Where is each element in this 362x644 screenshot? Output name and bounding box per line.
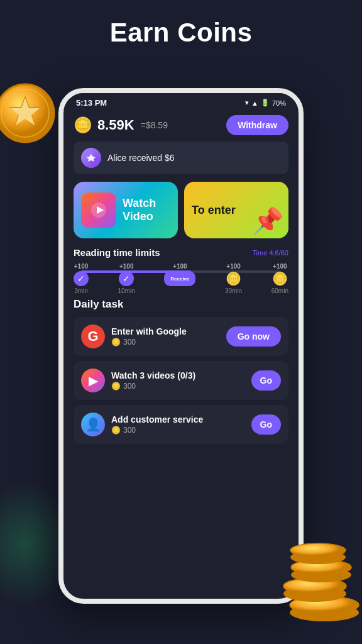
task-icon-3: 👤 bbox=[81, 413, 105, 436]
phone-mockup: 5:13 PM ▾ ▲ 🔋 70% 🪙 8.59K =$8.59 Withdra… bbox=[58, 88, 304, 604]
watch-video-icon bbox=[81, 192, 116, 228]
notif-icon bbox=[81, 148, 101, 168]
signal-icon: ▲ bbox=[251, 99, 258, 107]
wifi-icon: ▾ bbox=[245, 99, 249, 107]
notification-bar: Alice received $6 bbox=[74, 142, 288, 174]
step-5: +100 🪙 60min bbox=[272, 263, 288, 294]
steps-row: +100 ✓ 3min +100 ✓ 10min +100 Receive bbox=[74, 263, 288, 294]
task-reward-amount-2: 300 bbox=[123, 382, 136, 391]
balance-left: 🪙 8.59K =$8.59 bbox=[74, 116, 168, 134]
task-reward-3: 🪙 300 bbox=[111, 426, 203, 435]
page-title: Earn Coins bbox=[0, 0, 362, 54]
step-3-circle[interactable]: Receive bbox=[164, 271, 195, 286]
balance-usd: =$8.59 bbox=[141, 120, 168, 130]
step-5-plus: +100 bbox=[273, 263, 287, 270]
action-cards: Watch Video To enter 📌 bbox=[74, 182, 288, 238]
task-go-btn-2[interactable]: Go bbox=[251, 370, 281, 391]
phone-content: 🪙 8.59K =$8.59 Withdraw bbox=[63, 110, 299, 591]
step-1-plus: +100 bbox=[74, 263, 89, 270]
balance-amount: 8.59K bbox=[97, 117, 134, 133]
task-reward-1: 🪙 300 bbox=[111, 338, 187, 347]
task-coin-icon-3: 🪙 bbox=[111, 426, 121, 435]
coin-decoration-top bbox=[0, 82, 57, 145]
reading-time-label: Time 4.6/60 bbox=[252, 249, 288, 257]
withdraw-button[interactable]: Withdraw bbox=[226, 115, 288, 135]
step-1-time: 3min bbox=[74, 287, 88, 294]
status-time: 5:13 PM bbox=[76, 98, 107, 108]
balance-coin-icon: 🪙 bbox=[74, 116, 92, 134]
step-1-circle: ✓ bbox=[74, 271, 89, 286]
balance-row: 🪙 8.59K =$8.59 Withdraw bbox=[74, 115, 288, 135]
task-coin-icon-2: 🪙 bbox=[111, 382, 121, 391]
step-2: +100 ✓ 10min bbox=[118, 263, 135, 294]
step-3-plus: +100 bbox=[173, 263, 187, 270]
step-4-plus: +100 bbox=[226, 263, 241, 270]
step-1: +100 ✓ 3min bbox=[74, 263, 89, 294]
enter-card[interactable]: To enter 📌 bbox=[184, 182, 288, 238]
task-info-3: Add customer service 🪙 300 bbox=[111, 414, 203, 435]
task-info-2: Watch 3 videos (0/3) 🪙 300 bbox=[111, 370, 195, 391]
task-icon-2: ▶ bbox=[81, 369, 105, 392]
step-2-plus: +100 bbox=[119, 263, 134, 270]
step-4: +100 🪙 30min bbox=[225, 263, 242, 294]
battery-level: 70% bbox=[272, 99, 286, 107]
task-left-3: 👤 Add customer service 🪙 300 bbox=[81, 413, 203, 436]
task-item-3: 👤 Add customer service 🪙 300 Go bbox=[74, 405, 288, 444]
task-item-1: G Enter with Google 🪙 300 Go now bbox=[74, 317, 288, 356]
daily-task-title: Daily task bbox=[74, 298, 288, 311]
task-reward-amount-1: 300 bbox=[123, 338, 136, 347]
task-icon-1: G bbox=[81, 325, 105, 348]
status-bar: 5:13 PM ▾ ▲ 🔋 70% bbox=[63, 93, 299, 110]
task-left-2: ▶ Watch 3 videos (0/3) 🪙 300 bbox=[81, 369, 195, 392]
task-go-btn-1[interactable]: Go now bbox=[226, 326, 281, 347]
task-reward-2: 🪙 300 bbox=[111, 382, 195, 391]
task-item-2: ▶ Watch 3 videos (0/3) 🪙 300 Go bbox=[74, 361, 288, 400]
task-coin-icon-1: 🪙 bbox=[111, 338, 121, 347]
watch-video-card[interactable]: Watch Video bbox=[74, 182, 178, 238]
status-icons: ▾ ▲ 🔋 70% bbox=[245, 99, 286, 107]
battery-icon: 🔋 bbox=[261, 99, 270, 107]
step-5-circle: 🪙 bbox=[272, 271, 287, 286]
watch-video-label: Watch Video bbox=[123, 197, 170, 223]
step-5-time: 60min bbox=[272, 287, 288, 294]
task-left-1: G Enter with Google 🪙 300 bbox=[81, 325, 187, 348]
progress-steps: +100 ✓ 3min +100 ✓ 10min +100 Receive bbox=[74, 263, 288, 294]
task-info-1: Enter with Google 🪙 300 bbox=[111, 326, 187, 347]
task-name-1: Enter with Google bbox=[111, 326, 187, 336]
step-4-time: 30min bbox=[225, 287, 242, 294]
step-2-circle: ✓ bbox=[119, 271, 134, 286]
reading-section: Reading time limits Time 4.6/60 +100 ✓ 3… bbox=[74, 247, 288, 294]
reading-title: Reading time limits bbox=[74, 247, 160, 258]
step-2-time: 10min bbox=[118, 287, 135, 294]
task-name-3: Add customer service bbox=[111, 414, 203, 425]
enter-card-icon: 📌 bbox=[252, 206, 283, 236]
enter-label: To enter bbox=[192, 204, 236, 217]
task-name-2: Watch 3 videos (0/3) bbox=[111, 370, 195, 380]
task-reward-amount-3: 300 bbox=[123, 426, 136, 435]
step-3[interactable]: +100 Receive bbox=[164, 263, 195, 287]
step-4-circle: 🪙 bbox=[226, 271, 241, 286]
task-go-btn-3[interactable]: Go bbox=[251, 414, 281, 435]
svg-point-11 bbox=[290, 543, 346, 557]
reading-section-header: Reading time limits Time 4.6/60 bbox=[74, 247, 288, 258]
notification-text: Alice received $6 bbox=[107, 153, 175, 163]
coin-stack-decoration bbox=[268, 525, 362, 625]
